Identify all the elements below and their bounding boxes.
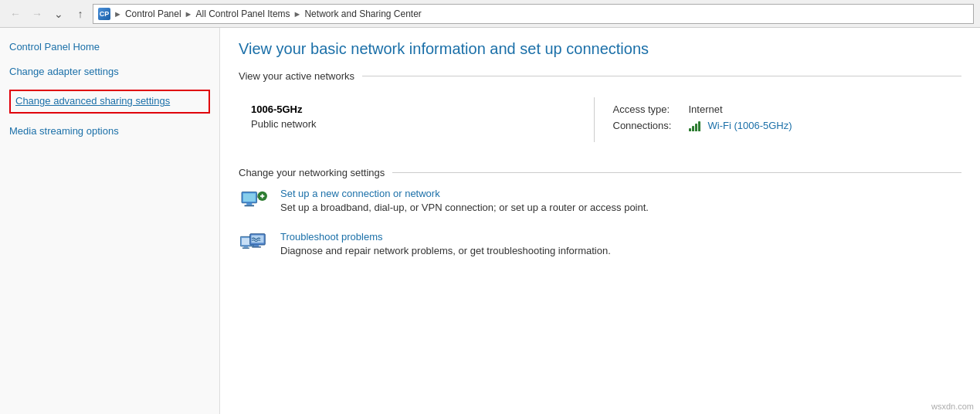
network-info-area: 1006-5GHz Public network Access type: In…	[239, 91, 961, 148]
svg-rect-11	[242, 248, 249, 249]
troubleshoot-item: Troubleshoot problems Diagnose and repai…	[239, 231, 961, 259]
svg-rect-2	[246, 203, 252, 205]
section-divider-1	[362, 76, 961, 76]
network-right: Access type: Internet Connections: Wi-Fi…	[595, 97, 962, 142]
recent-button[interactable]: ⌄	[49, 5, 68, 23]
active-networks-section-header: View your active networks	[239, 70, 961, 82]
svg-rect-3	[245, 205, 254, 206]
wifi-signal-icon	[689, 120, 700, 131]
content-area: View your basic network information and …	[220, 28, 980, 414]
forward-button[interactable]: →	[28, 5, 46, 23]
troubleshoot-link[interactable]: Troubleshoot problems	[280, 231, 961, 243]
connections-label: Connections:	[613, 120, 683, 131]
network-left: 1006-5GHz Public network	[239, 97, 595, 142]
access-type-value: Internet	[689, 104, 723, 115]
troubleshoot-desc: Diagnose and repair network problems, or…	[280, 245, 611, 256]
change-settings-label: Change your networking settings	[239, 167, 385, 178]
new-connection-icon	[239, 188, 270, 215]
address-bar: ← → ⌄ ↑ CP ► Control Panel ► All Control…	[0, 0, 980, 28]
address-path[interactable]: CP ► Control Panel ► All Control Panel I…	[93, 4, 974, 24]
new-connection-desc: Set up a broadband, dial-up, or VPN conn…	[280, 202, 649, 213]
section-divider-2	[392, 172, 961, 173]
sidebar-link-change-adapter[interactable]: Change adapter settings	[9, 65, 210, 79]
change-settings-section-header: Change your networking settings	[239, 167, 961, 178]
path-icon: CP	[98, 8, 110, 20]
network-name: 1006-5GHz	[251, 104, 582, 115]
svg-rect-15	[252, 246, 261, 247]
svg-rect-10	[244, 246, 248, 248]
access-type-label: Access type:	[613, 104, 683, 115]
svg-rect-14	[254, 245, 259, 246]
back-button[interactable]: ←	[6, 5, 25, 23]
sidebar-link-media-streaming[interactable]: Media streaming options	[9, 124, 210, 138]
path-all-items: All Control Panel Items	[196, 8, 290, 19]
network-type: Public network	[251, 118, 582, 130]
troubleshoot-icon	[239, 231, 270, 259]
path-control-panel: Control Panel	[125, 8, 181, 19]
page-title: View your basic network information and …	[239, 40, 961, 58]
new-connection-item: Set up a new connection or network Set u…	[239, 188, 961, 215]
access-type-row: Access type: Internet	[613, 104, 944, 115]
svg-rect-1	[243, 193, 256, 202]
sidebar: Control Panel Home Change adapter settin…	[0, 28, 220, 414]
svg-rect-6	[262, 194, 263, 198]
main-container: Control Panel Home Change adapter settin…	[0, 28, 980, 414]
wifi-connection-link[interactable]: Wi-Fi (1006-5GHz)	[708, 120, 792, 131]
sidebar-link-control-panel-home[interactable]: Control Panel Home	[9, 40, 210, 54]
up-button[interactable]: ↑	[71, 5, 90, 23]
watermark: wsxdn.com	[931, 402, 974, 411]
path-current: Network and Sharing Center	[304, 8, 421, 19]
connections-row: Connections: Wi-Fi (1006-5GHz)	[613, 120, 944, 131]
new-connection-text: Set up a new connection or network Set u…	[280, 188, 961, 213]
sidebar-link-change-advanced-sharing[interactable]: Change advanced sharing settings	[9, 90, 210, 113]
troubleshoot-text: Troubleshoot problems Diagnose and repai…	[280, 231, 961, 256]
new-connection-link[interactable]: Set up a new connection or network	[280, 188, 961, 199]
active-networks-label: View your active networks	[239, 70, 354, 82]
